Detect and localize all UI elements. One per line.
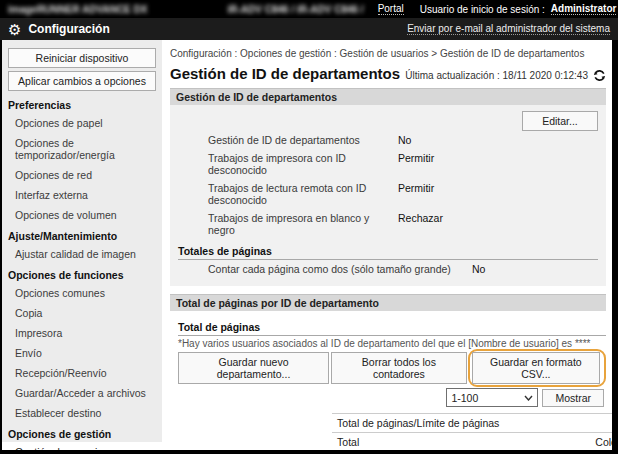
empty-cell	[241, 414, 332, 433]
total-pages-subheader: Total de páginas	[178, 318, 606, 336]
last-update-wrap: Última actualización : 18/11 2020 0:12:4…	[405, 69, 606, 82]
title-row: Gestión de ID de departamentos Última ac…	[170, 65, 606, 82]
login-user-name[interactable]: Administrator	[551, 3, 617, 15]
restart-device-button[interactable]: Reiniciar dispositivo	[8, 48, 156, 68]
department-totals-table: Total de páginas/Límite de páginas Total…	[178, 413, 612, 450]
page-range-value: 1-100	[451, 392, 478, 404]
sidebar-item-copia[interactable]: Copia	[2, 303, 162, 323]
empty-cell	[178, 414, 241, 433]
sidebar-item-opciones-comunes[interactable]: Opciones comunes	[2, 283, 162, 303]
group-header-pages-limit: Total de páginas/Límite de páginas	[332, 414, 612, 433]
empty-cell	[241, 433, 332, 451]
dept-id-management-panel: Gestión de ID de departamentos Editar...…	[170, 88, 606, 286]
sidebar-item-establecer-destino[interactable]: Establecer destino	[2, 403, 162, 423]
setting-row: Trabajos de impresora en blanco y negro …	[178, 209, 598, 239]
mail-admin-link[interactable]: Enviar por e-mail al administrador del s…	[407, 23, 610, 35]
page-range-select[interactable]: 1-100	[446, 388, 538, 407]
setting-value: No	[386, 134, 411, 146]
sidebar-item-impresora[interactable]: Impresora	[2, 323, 162, 343]
setting-label: Trabajos de impresora en blanco y negro	[208, 212, 386, 236]
sidebar-section-opciones-de-funciones: Opciones de funciones	[2, 264, 162, 283]
sidebar-section-preferencias: Preferencias	[2, 94, 162, 113]
setting-row: Contar cada página como dos (sólo tamaño…	[178, 260, 598, 278]
empty-cell	[178, 433, 241, 451]
refresh-icon[interactable]	[593, 69, 606, 82]
panel2-header: Total de páginas por ID de departamento	[170, 294, 606, 311]
sidebar-item-opciones-de-volumen[interactable]: Opciones de volumen	[2, 205, 162, 225]
panel2-body: Total de páginas *Hay varios usuarios as…	[170, 311, 606, 450]
setting-label: Trabajos de impresora con ID desconocido	[208, 152, 386, 176]
main-content: Configuración : Opciones de gestión : Ge…	[162, 40, 612, 450]
setting-label: Gestión de ID de departamentos	[208, 134, 386, 146]
device-model: iR-ADV C846 / iR-ADV C846 /	[227, 4, 363, 15]
table-group-header-row: Total Color	[178, 433, 612, 451]
sidebar-item-opciones-de-red[interactable]: Opciones de red	[2, 165, 162, 185]
setting-row: Trabajos de impresora con ID desconocido…	[178, 149, 598, 179]
sidebar-section-opciones-de-gestion: Opciones de gestión	[2, 423, 162, 442]
edit-button[interactable]: Editar...	[522, 111, 598, 131]
settings-header-bar: ⚙ Configuración Enviar por e-mail al adm…	[0, 18, 618, 40]
app-title: Configuración	[28, 22, 109, 36]
setting-value: Rechazar	[386, 212, 443, 236]
setting-value: Permitir	[386, 182, 434, 206]
panel1-body: Editar... Gestión de ID de departamentos…	[170, 105, 606, 286]
portal-link[interactable]: Portal	[378, 3, 404, 15]
sidebar-item-opciones-de-papel[interactable]: Opciones de papel	[2, 113, 162, 133]
sidebar-section-ajuste-mantenimiento: Ajuste/Mantenimiento	[2, 225, 162, 244]
breadcrumb: Configuración : Opciones de gestión : Ge…	[170, 48, 606, 59]
sidebar-item-guardar-acceder-archivos[interactable]: Guardar/Acceder a archivos	[2, 383, 162, 403]
multi-user-note: *Hay varios usuarios asociados al ID de …	[178, 338, 606, 349]
apply-changes-button[interactable]: Aplicar cambios a opciones	[8, 71, 156, 91]
panel-gap	[170, 286, 606, 294]
top-status-bar: imageRUNNER ADVANCE DX iR-ADV C846 / iR-…	[0, 0, 618, 18]
login-user-label: Usuario de inicio de sesión :	[420, 4, 545, 15]
clear-all-counters-button[interactable]: Borrar todos los contadores	[331, 352, 467, 384]
panel1-header: Gestión de ID de departamentos	[170, 88, 606, 105]
group-header-total: Total	[332, 433, 590, 451]
edit-row: Editar...	[178, 111, 598, 131]
table-actions-row: Guardar nuevo departamento... Borrar tod…	[178, 352, 606, 384]
display-button[interactable]: Mostrar	[542, 389, 604, 407]
setting-row: Gestión de ID de departamentos No	[178, 131, 598, 149]
sidebar-item-gestion-de-usuarios[interactable]: Gestión de usuarios	[2, 442, 162, 450]
table-group-header-row: Total de páginas/Límite de páginas	[178, 414, 612, 433]
setting-label: Contar cada página como dos (sólo tamaño…	[208, 263, 460, 275]
gear-icon: ⚙	[8, 22, 21, 37]
content-frame: Reiniciar dispositivo Aplicar cambios a …	[2, 40, 612, 450]
last-update-text: Última actualización : 18/11 2020 0:12:4…	[405, 70, 588, 81]
store-new-department-button[interactable]: Guardar nuevo departamento...	[178, 352, 329, 384]
page-total-by-dept-panel: Total de páginas por ID de departamento …	[170, 294, 606, 450]
sidebar-item-temporizador-energia[interactable]: Opciones de temporizador/energía	[2, 133, 162, 165]
device-name: imageRUNNER ADVANCE DX	[8, 4, 147, 15]
setting-value: No	[460, 263, 485, 275]
setting-row: Trabajos de lectura remota con ID descon…	[178, 179, 598, 209]
sidebar-item-interfaz-externa[interactable]: Interfaz externa	[2, 185, 162, 205]
csv-button-highlight: Guardar en formato CSV...	[468, 349, 606, 387]
chevron-down-icon	[524, 395, 533, 401]
setting-value: Permitir	[386, 152, 434, 176]
group-header-color: Color	[590, 433, 612, 451]
sidebar-item-envio[interactable]: Envío	[2, 343, 162, 363]
setting-label: Trabajos de lectura remota con ID descon…	[208, 182, 386, 206]
pager-row: 1-100 Mostrar	[178, 388, 604, 407]
save-csv-button[interactable]: Guardar en formato CSV...	[472, 352, 600, 384]
sidebar-item-ajustar-calidad[interactable]: Ajustar calidad de imagen	[2, 244, 162, 264]
page-title: Gestión de ID de departamentos	[170, 65, 400, 82]
sidebar-item-recepcion-reenvio[interactable]: Recepción/Reenvío	[2, 363, 162, 383]
page-totals-subheader: Totales de páginas	[178, 242, 598, 260]
settings-sidebar: Reiniciar dispositivo Aplicar cambios a …	[2, 40, 162, 450]
